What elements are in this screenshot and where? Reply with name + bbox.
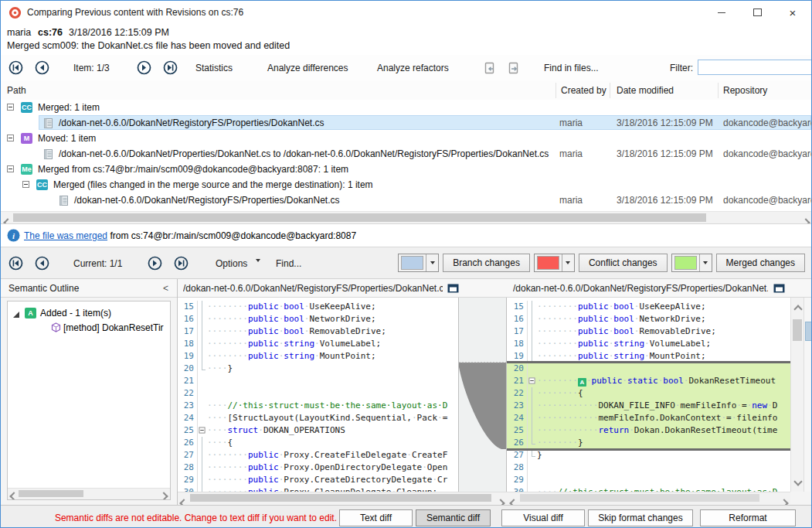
- items-toolbar: Item: 1/3 Statistics Analyze differences…: [1, 55, 811, 82]
- code-line: 22········{: [507, 387, 790, 400]
- group-label: Merged from cs:74@br:/main/scm009@dokanc…: [38, 164, 348, 175]
- last-diff-button[interactable]: [174, 256, 189, 271]
- color-dropdown-icon[interactable]: [426, 254, 438, 271]
- right-diff-pane[interactable]: 15········public·bool·UseKeepAlive;16···…: [507, 298, 790, 492]
- app-logo-icon: [8, 6, 22, 22]
- scroll-down-icon[interactable]: [795, 474, 801, 488]
- left-horizontal-scrollbar[interactable]: [177, 492, 507, 504]
- outline-horizontal-scrollbar[interactable]: [8, 488, 170, 499]
- changeset-author: maria: [7, 27, 31, 38]
- code-line: 24····[StructLayout(LayoutKind.Sequentia…: [177, 412, 458, 424]
- legend-color-button[interactable]: [671, 254, 712, 272]
- outline-method-label[interactable]: [method] DokanResetTir: [63, 322, 164, 333]
- code-line: 23············DOKAN_FILE_INFO·memFileInf…: [507, 400, 790, 412]
- code-line: 30····//·this·struct·must·be·the·same·la…: [507, 486, 790, 492]
- collapse-expander-icon[interactable]: [7, 135, 14, 141]
- tree-group-row[interactable]: MeMerged from cs:74@br:/main/scm009@doka…: [1, 162, 811, 177]
- first-item-button[interactable]: [8, 60, 23, 75]
- visual-diff-button[interactable]: Visual diff: [501, 509, 585, 526]
- analyze-differences-button[interactable]: Analyze differences: [267, 63, 348, 73]
- line-number: 17: [177, 325, 198, 338]
- outline-root-label[interactable]: Added - 1 item(s): [40, 308, 111, 319]
- scrollbar-thumb[interactable]: [19, 490, 83, 497]
- legend-label-button[interactable]: Merged changes: [716, 254, 805, 272]
- line-number: 16: [177, 313, 198, 325]
- reformat-button[interactable]: Reformat: [700, 509, 796, 526]
- next-item-button[interactable]: [137, 60, 151, 75]
- analyze-refactors-button[interactable]: Analyze refactors: [377, 63, 449, 73]
- text-diff-button[interactable]: Text diff: [339, 509, 413, 526]
- scrollbar-thumb[interactable]: [793, 319, 802, 341]
- left-pane-path: /dokan-net-0.6.0/DokanNet/RegistoryFS/Pr…: [183, 283, 443, 294]
- line-number: 22: [507, 387, 528, 400]
- scrollbar-thumb[interactable]: [520, 494, 759, 502]
- tree-file-row[interactable]: /dokan-net-0.6.0/DokanNet/Properties/Dok…: [1, 146, 811, 162]
- code-line: 19········public·string·MountPoint;: [177, 350, 458, 363]
- import-refactors-icon[interactable]: [508, 62, 522, 77]
- tree-group-row[interactable]: MMoved: 1 item: [1, 131, 811, 146]
- legend-label-button[interactable]: Conflict changes: [579, 254, 668, 272]
- maximize-button[interactable]: [744, 2, 770, 22]
- group-label: Merged: 1 item: [38, 102, 100, 113]
- first-diff-button[interactable]: [8, 256, 23, 271]
- outline-collapse-button[interactable]: <: [163, 283, 168, 294]
- legend-color-button[interactable]: [534, 254, 575, 272]
- code-line: 25····struct·DOKAN_OPERATIONS: [177, 424, 458, 437]
- diff-connector: [458, 298, 507, 492]
- statistics-button[interactable]: Statistics: [195, 63, 233, 73]
- vertical-scrollbar[interactable]: [790, 298, 804, 492]
- tree-file-row[interactable]: /dokan-net-0.6.0/DokanNet/RegistoryFS/Pr…: [1, 115, 811, 131]
- tree-group-row[interactable]: CCMerged (files changed in the merge sou…: [1, 177, 811, 192]
- diff-main-area: Semantic Outline < /dokan-net-0.6.0/Doka…: [1, 279, 811, 505]
- color-dropdown-icon[interactable]: [562, 254, 574, 271]
- tree-expanded-icon[interactable]: [12, 310, 20, 321]
- code-line: 23····//·this·struct·must·be·the·same·la…: [177, 400, 458, 412]
- scroll-left-icon[interactable]: [11, 491, 17, 500]
- find-button[interactable]: Find...: [276, 258, 301, 269]
- tree-file-row[interactable]: /dokan-net-0.6.0/DokanNet/RegistoryFS/Pr…: [1, 192, 811, 208]
- scroll-right-icon[interactable]: [161, 491, 167, 500]
- diff-overview-strip[interactable]: [804, 298, 812, 492]
- next-diff-button[interactable]: [148, 256, 162, 271]
- left-diff-pane[interactable]: 15········public·bool·UseKeepAlive;16···…: [177, 298, 458, 492]
- skip-format-changes-button[interactable]: Skip format changes: [588, 509, 693, 526]
- color-dropdown-icon[interactable]: [699, 254, 712, 271]
- fold-toggle-icon[interactable]: [528, 377, 535, 383]
- column-date-modified[interactable]: Date modified: [617, 85, 674, 96]
- right-horizontal-scrollbar[interactable]: [507, 492, 790, 504]
- column-path[interactable]: Path: [7, 85, 26, 96]
- semantic-diff-button[interactable]: Semantic diff: [416, 509, 491, 526]
- previous-item-button[interactable]: [35, 60, 49, 75]
- scroll-up-icon[interactable]: [795, 301, 801, 315]
- collapse-expander-icon[interactable]: [7, 104, 14, 111]
- close-button[interactable]: ×: [780, 2, 806, 22]
- change-type-badge: CC: [36, 179, 48, 190]
- left-pane-maximize-icon[interactable]: [447, 284, 459, 295]
- scrollbar-thumb[interactable]: [13, 213, 706, 222]
- collapse-expander-icon[interactable]: [7, 165, 14, 172]
- find-in-files-button[interactable]: Find in files...: [544, 63, 599, 73]
- collapse-expander-icon[interactable]: [22, 181, 29, 188]
- column-created-by[interactable]: Created by: [561, 85, 606, 96]
- scrollbar-thumb[interactable]: [190, 494, 491, 502]
- options-menu-button[interactable]: Options: [216, 258, 247, 269]
- minimize-button[interactable]: [708, 2, 735, 22]
- previous-diff-button[interactable]: [35, 256, 49, 271]
- line-number: 25: [177, 424, 198, 437]
- right-pane-maximize-icon[interactable]: [773, 284, 785, 295]
- cell-repository: dokancode@backyard: [723, 118, 812, 128]
- last-item-button[interactable]: [163, 60, 178, 75]
- fold-toggle-icon[interactable]: [199, 427, 205, 433]
- tree-horizontal-scrollbar[interactable]: [1, 211, 812, 223]
- tree-group-row[interactable]: CCMerged: 1 item: [1, 100, 811, 115]
- code-line: 27}: [507, 449, 790, 462]
- export-refactors-icon[interactable]: [484, 62, 498, 77]
- options-dropdown-icon[interactable]: [256, 262, 260, 273]
- legend-label-button[interactable]: Branch changes: [443, 254, 530, 272]
- legend-color-button[interactable]: [398, 254, 439, 272]
- filter-input[interactable]: [698, 60, 812, 75]
- diff-overview-mark[interactable]: [805, 322, 812, 341]
- file-merged-link[interactable]: The file was merged: [24, 230, 107, 241]
- changeset-meta: maria cs:76 3/18/2016 12:15:09 PM Merged…: [1, 24, 811, 55]
- column-repository[interactable]: Repository: [723, 85, 767, 96]
